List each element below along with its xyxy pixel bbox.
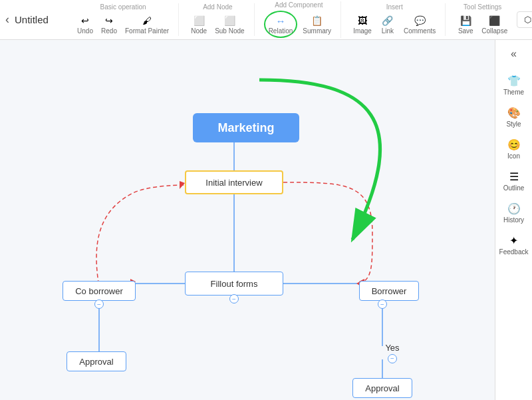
group-label-insert: Insert (386, 3, 403, 11)
connectors-svg (0, 40, 495, 400)
format-painter-label: Format Painter (125, 27, 169, 35)
sub-node-button[interactable]: ⬜ Sub Node (212, 13, 247, 36)
node-button[interactable]: ⬜ Node (188, 13, 209, 36)
main-area: Marketing Initial interview Fillout form… (0, 40, 532, 400)
fillout-collapse[interactable]: − (229, 294, 239, 303)
app-title: Untitled (15, 14, 55, 25)
group-items-insert: 🖼 Image 🔗 Link 💬 Comments (350, 13, 438, 36)
approval-right-node[interactable]: Approval (352, 378, 412, 398)
fillout-forms-node[interactable]: Fillout forms (185, 272, 283, 296)
svg-marker-6 (180, 181, 185, 189)
group-label-add-component: Add Component (275, 1, 323, 9)
feedback-label: Feedback (499, 248, 529, 256)
redo-icon: ↪ (102, 14, 116, 27)
yes-label: Yes (385, 343, 399, 353)
collapse-label: Collapse (481, 27, 507, 35)
sub-node-label: Sub Node (215, 27, 244, 35)
relation-label: Relation (269, 27, 293, 35)
save-label: Save (458, 27, 473, 35)
image-icon: 🖼 (356, 14, 369, 27)
feedback-icon: ✦ (509, 234, 518, 247)
node-icon: ⬜ (192, 14, 205, 27)
collapse-icon: ⬛ (488, 14, 501, 27)
outline-icon: ☰ (509, 170, 519, 183)
history-label: History (503, 216, 524, 224)
initial-interview-label: Initial interview (205, 178, 262, 188)
group-insert: Insert 🖼 Image 🔗 Link 💬 Comments (344, 3, 446, 36)
summary-icon: 📋 (311, 14, 324, 27)
comments-label: Comments (404, 27, 436, 35)
group-add-node: Add Node ⬜ Node ⬜ Sub Node (182, 3, 254, 36)
undo-button[interactable]: ↩ Undo (74, 13, 96, 36)
theme-label: Theme (503, 89, 524, 96)
comments-icon: 💬 (413, 14, 426, 27)
share-icon: ⬡ (524, 15, 531, 25)
approval-right-label: Approval (365, 383, 399, 393)
marketing-node[interactable]: Marketing (193, 113, 299, 142)
comments-button[interactable]: 💬 Comments (401, 13, 438, 36)
borrower-collapse[interactable]: − (378, 300, 387, 309)
save-icon: 💾 (459, 14, 472, 27)
group-label-add-node: Add Node (203, 3, 232, 11)
borrower-label: Borrower (372, 286, 407, 296)
marketing-label: Marketing (217, 121, 274, 135)
group-tool-settings: Tool Settings 💾 Save ⬛ Collapse (448, 3, 517, 36)
link-button[interactable]: 🔗 Link (377, 13, 398, 36)
format-painter-icon: 🖌 (140, 14, 154, 27)
relation-button[interactable]: ↔ Relation (264, 11, 298, 38)
coborrower-collapse[interactable]: − (94, 300, 104, 309)
group-items-basic: ↩ Undo ↪ Redo 🖌 Format Painter (74, 13, 172, 36)
undo-label: Undo (77, 27, 93, 35)
collapse-button[interactable]: ⬛ Collapse (479, 13, 510, 36)
save-button[interactable]: 💾 Save (455, 13, 476, 36)
share-button[interactable]: ⬡ Share (517, 11, 532, 28)
image-label: Image (353, 27, 372, 35)
group-label-tool-settings: Tool Settings (464, 3, 501, 11)
sidebar-item-history[interactable]: 🕐 History (498, 198, 530, 228)
approval-left-node[interactable]: Approval (66, 351, 126, 371)
initial-interview-node[interactable]: Initial interview (185, 170, 283, 194)
group-items-add-component: ↔ Relation 📋 Summary (264, 11, 334, 38)
toolbar-right: ⬡ Share ⬆ Export (517, 11, 532, 28)
style-label: Style (506, 120, 521, 128)
yes-node[interactable]: Yes − (372, 346, 412, 359)
history-icon: 🕐 (507, 202, 521, 215)
redo-label: Redo (101, 27, 117, 35)
approval-left-label: Approval (79, 357, 113, 367)
sidebar-item-feedback[interactable]: ✦ Feedback (498, 230, 530, 260)
toolbar-groups: Basic operation ↩ Undo ↪ Redo 🖌 Format P… (68, 1, 517, 38)
style-icon: 🎨 (507, 106, 521, 119)
group-items-tool-settings: 💾 Save ⬛ Collapse (455, 13, 510, 36)
green-arrow-svg (0, 40, 495, 400)
sidebar-collapse-button[interactable]: « (508, 45, 519, 63)
sub-node-icon: ⬜ (223, 14, 236, 27)
sidebar-item-icon[interactable]: 😊 Icon (498, 134, 530, 164)
link-label: Link (382, 27, 394, 35)
co-borrower-label: Co borrower (75, 286, 123, 296)
redo-button[interactable]: ↪ Redo (98, 13, 120, 36)
sidebar-item-theme[interactable]: 👕 Theme (498, 71, 530, 100)
node-label: Node (191, 27, 207, 35)
icon-label: Icon (507, 152, 520, 160)
link-icon: 🔗 (381, 14, 394, 27)
image-button[interactable]: 🖼 Image (350, 13, 374, 36)
sidebar-item-style[interactable]: 🎨 Style (498, 102, 530, 132)
outline-label: Outline (503, 184, 525, 192)
undo-icon: ↩ (78, 14, 92, 27)
relation-icon: ↔ (274, 14, 287, 27)
back-button[interactable]: ‹ (5, 13, 9, 27)
summary-button[interactable]: 📋 Summary (300, 13, 334, 36)
co-borrower-node[interactable]: Co borrower (63, 281, 136, 301)
toolbar: ‹ Untitled Basic operation ↩ Undo ↪ Redo… (0, 0, 532, 40)
group-add-component: Add Component ↔ Relation 📋 Summary (257, 1, 342, 38)
yes-collapse[interactable]: − (388, 354, 397, 363)
group-label-basic: Basic operation (100, 3, 146, 11)
group-items-add-node: ⬜ Node ⬜ Sub Node (188, 13, 247, 36)
borrower-node[interactable]: Borrower (359, 281, 419, 301)
canvas[interactable]: Marketing Initial interview Fillout form… (0, 40, 495, 400)
format-painter-button[interactable]: 🖌 Format Painter (122, 13, 172, 36)
theme-icon: 👕 (507, 75, 521, 87)
sidebar-item-outline[interactable]: ☰ Outline (498, 166, 530, 196)
fillout-forms-label: Fillout forms (211, 279, 258, 289)
summary-label: Summary (303, 27, 331, 35)
